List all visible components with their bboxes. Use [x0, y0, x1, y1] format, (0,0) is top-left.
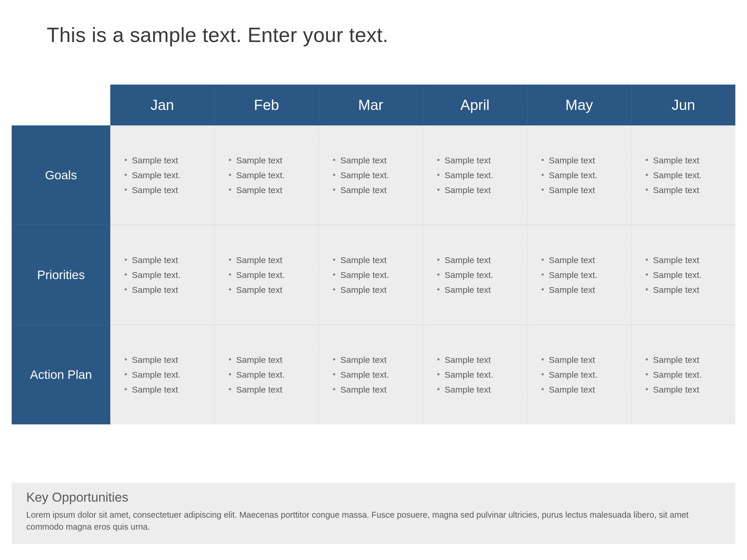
- bullet-item: Sample text.: [122, 267, 208, 282]
- bullet-item: Sample text: [539, 153, 625, 168]
- bullet-item: Sample text.: [539, 168, 625, 183]
- bullet-item: Sample text: [539, 352, 625, 367]
- bullet-item: Sample text: [539, 382, 625, 397]
- month-jun: Jun: [632, 85, 735, 126]
- bullet-item: Sample text.: [435, 267, 521, 282]
- bullet-item: Sample text: [330, 382, 417, 397]
- bullet-item: Sample text.: [435, 168, 521, 183]
- month-jan: Jan: [110, 85, 214, 126]
- cells-row-goals: Sample text Sample text. Sample text Sam…: [110, 126, 735, 225]
- bullet-item: Sample text: [330, 252, 417, 267]
- key-opportunities-title: Key Opportunities: [26, 490, 721, 505]
- bullet-item: Sample text.: [122, 367, 208, 382]
- bullet-item: Sample text: [435, 153, 521, 168]
- bullet-item: Sample text.: [435, 367, 521, 382]
- bullet-item: Sample text: [643, 153, 729, 168]
- bullet-item: Sample text: [122, 352, 208, 367]
- bullet-item: Sample text: [226, 282, 312, 297]
- bullet-item: Sample text: [330, 153, 417, 168]
- bullet-item: Sample text.: [330, 267, 417, 282]
- cell-action-plan-jun: Sample text Sample text. Sample text: [632, 325, 735, 424]
- bullet-item: Sample text: [226, 153, 312, 168]
- cells-row-priorities: Sample text Sample text. Sample text Sam…: [110, 225, 735, 325]
- bullet-item: Sample text.: [539, 367, 625, 382]
- bullet-item: Sample text: [226, 352, 312, 367]
- bullet-item: Sample text: [122, 252, 208, 267]
- cell-goals-may: Sample text Sample text. Sample text: [527, 126, 632, 225]
- row-label-priorities: Priorities: [12, 225, 110, 325]
- bullet-item: Sample text.: [330, 168, 417, 183]
- cell-priorities-mar: Sample text Sample text. Sample text: [319, 225, 423, 325]
- cell-goals-april: Sample text Sample text. Sample text: [423, 126, 527, 225]
- planning-table: Jan Feb Mar April May Jun Goals Prioriti…: [12, 85, 735, 424]
- bullet-item: Sample text.: [226, 267, 312, 282]
- bullet-item: Sample text: [643, 282, 729, 297]
- bullet-item: Sample text: [330, 352, 417, 367]
- bullet-item: Sample text: [226, 252, 312, 267]
- cell-priorities-jan: Sample text Sample text. Sample text: [110, 225, 214, 325]
- bullet-item: Sample text: [435, 352, 521, 367]
- bullet-item: Sample text: [226, 382, 312, 397]
- cell-action-plan-may: Sample text Sample text. Sample text: [527, 325, 632, 424]
- bullet-item: Sample text: [539, 183, 625, 197]
- month-header-row: Jan Feb Mar April May Jun: [110, 85, 735, 126]
- cell-priorities-feb: Sample text Sample text. Sample text: [214, 225, 319, 325]
- row-label-action-plan: Action Plan: [12, 325, 110, 424]
- bullet-item: Sample text.: [643, 367, 729, 382]
- bullet-item: Sample text: [122, 183, 208, 197]
- bullet-item: Sample text: [330, 282, 417, 297]
- bullet-item: Sample text: [539, 252, 625, 267]
- row-labels-column: Goals Priorities Action Plan: [12, 126, 110, 424]
- cell-goals-jan: Sample text Sample text. Sample text: [110, 126, 214, 225]
- month-may: May: [527, 85, 632, 126]
- bullet-item: Sample text.: [226, 168, 312, 183]
- bullet-item: Sample text: [122, 153, 208, 168]
- cell-goals-mar: Sample text Sample text. Sample text: [319, 126, 423, 225]
- bullet-item: Sample text: [643, 352, 729, 367]
- bullet-item: Sample text: [643, 252, 729, 267]
- cell-priorities-april: Sample text Sample text. Sample text: [423, 225, 527, 325]
- key-opportunities-body: Lorem ipsum dolor sit amet, consectetuer…: [26, 509, 721, 533]
- cell-action-plan-april: Sample text Sample text. Sample text: [423, 325, 527, 424]
- bullet-item: Sample text: [435, 252, 521, 267]
- bullet-item: Sample text: [643, 183, 729, 197]
- cell-goals-jun: Sample text Sample text. Sample text: [632, 126, 735, 225]
- bullet-item: Sample text.: [643, 267, 729, 282]
- month-april: April: [423, 85, 527, 126]
- bullet-item: Sample text: [122, 282, 208, 297]
- bullet-item: Sample text: [539, 282, 625, 297]
- bullet-item: Sample text: [435, 382, 521, 397]
- row-label-goals: Goals: [12, 126, 110, 225]
- cells-grid: Sample text Sample text. Sample text Sam…: [110, 126, 735, 424]
- month-mar: Mar: [319, 85, 423, 126]
- cell-priorities-jun: Sample text Sample text. Sample text: [632, 225, 735, 325]
- bullet-item: Sample text.: [122, 168, 208, 183]
- bullet-item: Sample text.: [330, 367, 417, 382]
- bullet-item: Sample text: [643, 382, 729, 397]
- slide-title: This is a sample text. Enter your text.: [12, 23, 735, 47]
- bullet-item: Sample text: [226, 183, 312, 197]
- key-opportunities-block: Key Opportunities Lorem ipsum dolor sit …: [12, 483, 735, 544]
- cell-goals-feb: Sample text Sample text. Sample text: [214, 126, 319, 225]
- bullet-item: Sample text: [122, 382, 208, 397]
- month-feb: Feb: [214, 85, 319, 126]
- bullet-item: Sample text: [330, 183, 417, 197]
- bullet-item: Sample text.: [643, 168, 729, 183]
- bullet-item: Sample text.: [226, 367, 312, 382]
- bullet-item: Sample text: [435, 183, 521, 197]
- cell-action-plan-mar: Sample text Sample text. Sample text: [319, 325, 423, 424]
- bullet-item: Sample text: [435, 282, 521, 297]
- cell-priorities-may: Sample text Sample text. Sample text: [527, 225, 632, 325]
- cell-action-plan-feb: Sample text Sample text. Sample text: [214, 325, 319, 424]
- bullet-item: Sample text.: [539, 267, 625, 282]
- cells-row-action-plan: Sample text Sample text. Sample text Sam…: [110, 325, 735, 424]
- cell-action-plan-jan: Sample text Sample text. Sample text: [110, 325, 214, 424]
